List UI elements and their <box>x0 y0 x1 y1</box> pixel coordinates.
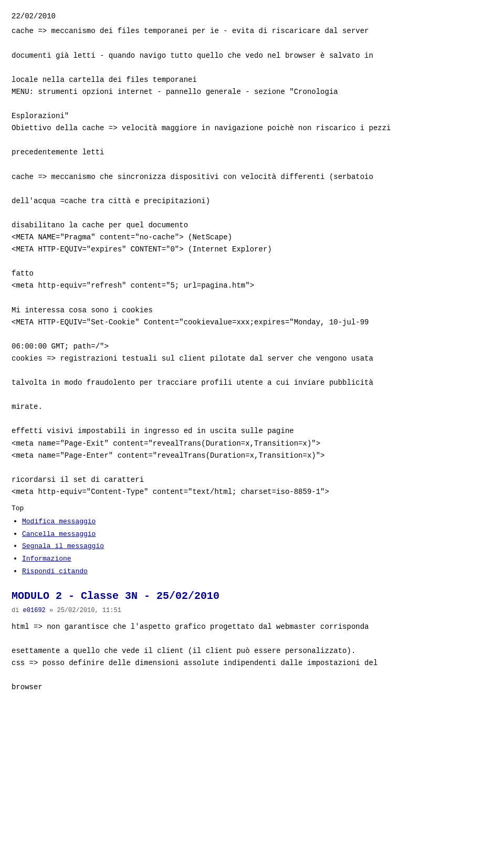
action-item-cancella: Cancella messaggio <box>22 528 492 540</box>
post1-body: cache => meccanismo dei files temporanei… <box>12 25 492 498</box>
rispondi-link[interactable]: Rispondi citando <box>22 567 88 575</box>
post2-title: MODULO 2 - Classe 3N - 25/02/2010 <box>12 588 492 605</box>
post2-user-link[interactable]: e01692 <box>23 607 46 614</box>
action-item-modifica: Modifica messaggio <box>22 515 492 528</box>
post1-container: 22/02/2010 cache => meccanismo dei files… <box>12 10 492 577</box>
post2-container: MODULO 2 - Classe 3N - 25/02/2010 di e01… <box>12 588 492 694</box>
cancella-link[interactable]: Cancella messaggio <box>22 530 96 538</box>
post2-date: 25/02/2010, 11:51 <box>57 607 121 614</box>
action-item-rispondi: Rispondi citando <box>22 565 492 577</box>
post1-date: 22/02/2010 <box>12 10 492 22</box>
top-link[interactable]: Top <box>12 503 492 514</box>
post2-body: html => non garantisce che l'aspetto gra… <box>12 621 492 694</box>
post1-actions: Top Modifica messaggio Cancella messaggi… <box>12 503 492 577</box>
action-item-segnala: Segnala il messaggio <box>22 540 492 552</box>
post2-meta: di e01692 » 25/02/2010, 11:51 <box>12 606 492 616</box>
segnala-link[interactable]: Segnala il messaggio <box>22 542 104 550</box>
action-list: Modifica messaggio Cancella messaggio Se… <box>12 515 492 577</box>
informazione-link[interactable]: Informazione <box>22 555 71 563</box>
action-item-informazione: Informazione <box>22 553 492 565</box>
modifica-link[interactable]: Modifica messaggio <box>22 518 96 525</box>
